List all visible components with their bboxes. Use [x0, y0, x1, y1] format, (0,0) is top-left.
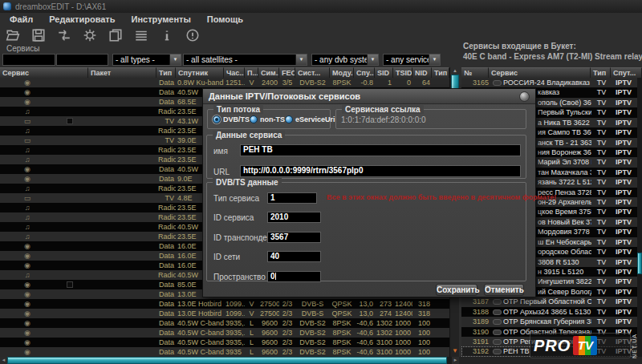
dvb-field-input-1[interactable]: 2010	[267, 212, 321, 223]
open-file-icon[interactable]	[6, 28, 20, 42]
dvb-field-input-0[interactable]: 1	[267, 192, 317, 204]
cell: 12400	[393, 309, 412, 318]
cell: -0.8	[354, 78, 375, 87]
column-header[interactable]: FEC	[279, 67, 295, 78]
cell: 1099...	[224, 309, 245, 318]
dialog-close-icon[interactable]	[519, 91, 530, 102]
cell: 273	[375, 299, 393, 309]
satellite-filter-dropdown[interactable]: - all satellites - ▼	[183, 54, 307, 66]
radio-non-ts[interactable]: non-TS	[250, 115, 285, 123]
radio-button-icon[interactable]	[250, 115, 258, 123]
column-header[interactable]: Тип	[432, 67, 449, 78]
scroll-up-icon[interactable]: ▲	[450, 67, 460, 75]
save-button[interactable]: Сохранить	[436, 284, 477, 296]
dvb-field-label: ID сервиса	[213, 213, 254, 222]
column-header[interactable]: NID	[412, 67, 432, 78]
cell: 100	[412, 318, 432, 328]
copy-icon[interactable]	[108, 28, 123, 42]
table-row[interactable]: ◉Data0.8W Ku-band ...1251...V24003/5DVB-…	[0, 78, 449, 87]
menu-file[interactable]: Файл	[10, 14, 33, 24]
column-header[interactable]: П...	[245, 67, 258, 78]
text-cursor	[275, 273, 276, 280]
column-header[interactable]: Тип	[156, 67, 176, 78]
column-header[interactable]: Сервис	[489, 67, 591, 78]
cell: Data	[156, 289, 176, 299]
scrollbar-handle[interactable]	[7, 357, 447, 364]
chevron-down-icon[interactable]: ▼	[367, 55, 378, 65]
scroll-right-icon[interactable]: ►	[452, 357, 459, 364]
scroll-left-icon[interactable]: ◄	[0, 357, 7, 364]
chevron-down-icon[interactable]: ▼	[295, 55, 307, 65]
service-type: TV	[591, 87, 612, 97]
radio-eserviceuri[interactable]: eServiceUri	[285, 115, 335, 123]
menu-tools[interactable]: Инструменты	[132, 14, 191, 24]
table-row[interactable]: ◉Data40.5W C-band ...3935,...L96002/3DVB…	[0, 338, 449, 347]
cell	[88, 78, 156, 87]
column-header[interactable]: SID	[375, 67, 393, 78]
bouquet-row[interactable]: 3188ОТР Архыз24 3865 L 5130TVIPTV	[461, 307, 642, 317]
column-header[interactable]: Сим...	[258, 67, 279, 78]
info-icon[interactable]	[160, 28, 174, 42]
column-header[interactable]: Сист...	[295, 67, 330, 78]
package-filter-input[interactable]	[56, 54, 108, 66]
save-icon[interactable]	[31, 28, 46, 42]
bouquet-row[interactable]: 3187ОТР Первый Областной Ор...TVIPTV	[461, 297, 642, 306]
dvb-field-input-2[interactable]: 3567	[267, 232, 321, 243]
settings-gear-icon[interactable]	[83, 28, 97, 42]
services-horizontal-scrollbar[interactable]: ◄ ►	[0, 357, 459, 364]
column-header[interactable]: Моду...	[330, 67, 354, 78]
column-header[interactable]: Спут...	[611, 67, 642, 78]
cell	[88, 318, 156, 328]
type-filter-dropdown[interactable]: - all types - ▼	[112, 54, 181, 66]
table-row[interactable]: ◉Data13.0E Hotbird ...1099...V275002/3DV…	[0, 309, 449, 318]
service-filter-input[interactable]	[2, 54, 55, 66]
service-name-input[interactable]: РЕН ТВ	[240, 144, 521, 156]
service-url-input[interactable]: http://0.0.0.0:9999/rtrn/3567plp0	[240, 165, 521, 177]
menu-help[interactable]: Помощь	[207, 14, 243, 24]
table-row[interactable]: ◉Data13.0E Hotbird ...1099...V275002/3DV…	[0, 299, 449, 309]
dvb-field-input-3[interactable]: 40	[267, 251, 321, 262]
ftp-transfer-icon[interactable]	[57, 28, 71, 42]
cell: -40,6	[354, 338, 375, 347]
chevron-down-icon[interactable]: ▼	[429, 55, 440, 65]
cell	[88, 87, 156, 97]
column-header[interactable]: №	[461, 67, 489, 78]
bouquet-row[interactable]: 3189ОТР Брянская Губерния 387...TVIPTV	[461, 317, 642, 326]
cell: TV	[156, 193, 176, 203]
table-row[interactable]: ◉Data40.5W C-band3935L96002/3DVB-S28PSK-…	[0, 347, 449, 357]
cell	[0, 78, 88, 87]
column-header[interactable]: TSID	[393, 67, 412, 78]
radio-button-icon[interactable]	[285, 115, 293, 123]
cell: 1000	[393, 338, 412, 347]
cell: 40.5W C-band	[176, 347, 224, 357]
column-header[interactable]: Тип	[591, 67, 611, 78]
bouquet-vertical-scrollbar[interactable]	[637, 78, 642, 357]
chevron-down-icon[interactable]: ▼	[169, 55, 181, 65]
cancel-button[interactable]: Отменить	[484, 284, 524, 296]
badge-cell	[492, 337, 503, 346]
cell: 1	[375, 78, 393, 87]
tv-service-icon: ▭	[22, 116, 32, 126]
column-header[interactable]: Час...	[224, 67, 245, 78]
column-header[interactable]: Сервис	[0, 67, 88, 78]
table-row[interactable]: ◉Data40.5W C-band ...3935,...L96002/3DVB…	[0, 328, 449, 338]
column-header[interactable]: Пакет	[88, 67, 156, 78]
bouquet-row[interactable]: 3165РОССИЯ-24 ВладикавказTVIPTV	[461, 78, 642, 87]
column-header[interactable]: Спу...	[354, 67, 375, 78]
radio-dvb-ts[interactable]: DVB/TS	[213, 115, 250, 123]
about-icon[interactable]	[185, 28, 200, 42]
radio-button-icon[interactable]	[213, 115, 221, 123]
reorder-list-icon[interactable]	[134, 28, 148, 42]
data-service-icon: ◉	[22, 280, 32, 289]
service-type-filter-dropdown[interactable]: - any service - ▼	[383, 54, 441, 66]
dvb-field-input-4[interactable]: 0	[267, 271, 321, 282]
column-header[interactable]: Спутник	[176, 67, 224, 78]
radio-service-icon: ♫	[22, 126, 32, 135]
scroll-down-icon[interactable]: ▼	[451, 347, 459, 355]
service-name: ОТР Первый Областной Ор...	[503, 297, 591, 306]
menu-edit[interactable]: Редактировать	[49, 14, 115, 24]
scrollbar-handle[interactable]	[637, 253, 642, 274]
table-row[interactable]: ◉Data40.5W C-band ...3935,...L96002/3DVB…	[0, 318, 449, 328]
services-section-label: Сервисы	[6, 44, 39, 53]
dvb-system-filter-dropdown[interactable]: - any dvb system - ▼	[311, 54, 379, 66]
